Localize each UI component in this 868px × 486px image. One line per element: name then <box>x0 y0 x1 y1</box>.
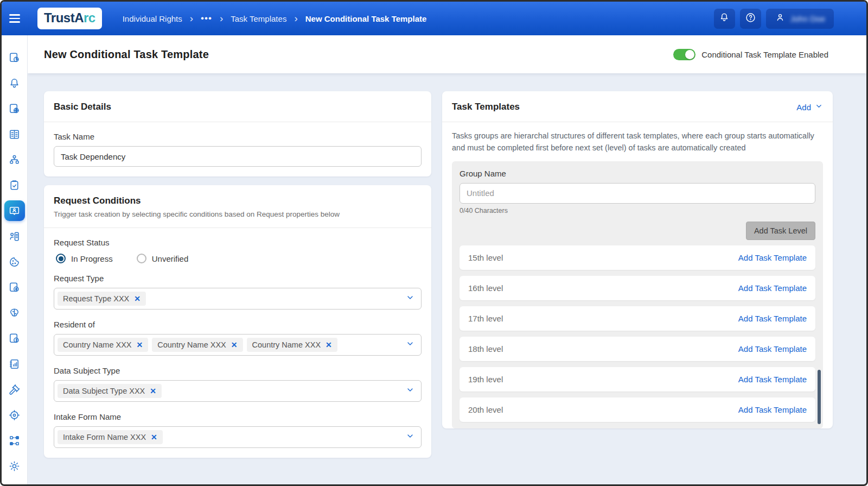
page-header: New Conditional Task Template Conditiona… <box>28 35 866 73</box>
assessment-book-icon[interactable] <box>4 354 25 374</box>
report-file-icon[interactable] <box>4 47 25 68</box>
request-type-label: Request Type <box>54 274 422 283</box>
file-view-icon[interactable] <box>4 277 25 298</box>
file-globe-icon[interactable] <box>4 98 25 119</box>
request-type-select[interactable]: Request Type XXX ✕ <box>54 288 422 310</box>
task-name-label: Task Name <box>54 132 422 141</box>
main-content: Basic Details Task Name Request Conditio… <box>28 73 866 484</box>
add-task-template-link[interactable]: Add Task Template <box>738 375 807 384</box>
radio-in-progress[interactable]: In Progress <box>56 254 113 263</box>
chip: Country Name XXX ✕ <box>152 338 242 352</box>
notifications-button[interactable] <box>714 9 735 29</box>
risk-target-icon[interactable] <box>4 405 25 425</box>
add-task-template-link[interactable]: Add Task Template <box>738 405 807 414</box>
add-task-template-link[interactable]: Add Task Template <box>738 283 807 293</box>
resident-of-label: Resident of <box>54 320 422 329</box>
help-button[interactable] <box>740 9 761 29</box>
chip: Request Type XXX ✕ <box>58 292 146 306</box>
chevron-down-icon <box>406 432 414 443</box>
conditional-template-toggle[interactable] <box>673 49 695 60</box>
remove-chip-icon[interactable]: ✕ <box>151 433 157 441</box>
hamburger-menu-icon[interactable] <box>2 2 28 35</box>
breadcrumb-individual-rights[interactable]: Individual Rights <box>123 14 182 23</box>
request-conditions-description: Trigger task creation by selecting speci… <box>54 210 422 218</box>
workflow-nodes-icon[interactable] <box>4 430 25 451</box>
question-circle-icon <box>745 12 756 26</box>
file-alert-icon[interactable] <box>4 328 25 349</box>
level-row-18: 18th level Add Task Template <box>459 337 815 361</box>
chip: Intake Form Name XXX ✕ <box>58 430 163 444</box>
intake-form-name-select[interactable]: Intake Form Name XXX ✕ <box>54 426 422 448</box>
chevron-down-icon <box>815 102 823 112</box>
remove-chip-icon[interactable]: ✕ <box>150 387 156 395</box>
chevron-right-icon: › <box>220 13 223 24</box>
chevron-down-icon <box>406 339 414 350</box>
bell-icon <box>719 12 730 25</box>
remove-chip-icon[interactable]: ✕ <box>137 341 143 349</box>
group-name-label: Group Name <box>459 169 815 178</box>
task-templates-title: Task Templates <box>452 102 520 112</box>
clipboard-check-icon[interactable] <box>4 175 25 195</box>
basic-details-card: Basic Details Task Name <box>44 91 431 176</box>
add-task-level-button[interactable]: Add Task Level <box>746 222 815 240</box>
task-name-input[interactable] <box>54 146 422 167</box>
top-navbar: TrustArc Individual Rights › ••• › Task … <box>2 2 866 35</box>
app-window: TrustArc Individual Rights › ••• › Task … <box>0 0 868 486</box>
scrollbar-thumb[interactable] <box>818 370 821 424</box>
data-table-icon[interactable] <box>4 124 25 144</box>
page-title: New Conditional Task Template <box>44 48 209 61</box>
radio-unverified[interactable]: Unverified <box>137 254 189 263</box>
resident-of-select[interactable]: Country Name XXX ✕ Country Name XXX ✕ Co… <box>54 334 422 356</box>
radio-unselected-icon <box>137 254 146 263</box>
trustarc-logo[interactable]: TrustArc <box>37 8 102 29</box>
chevron-right-icon: › <box>294 13 297 24</box>
user-icon <box>775 12 786 25</box>
chip: Data Subject Type XXX ✕ <box>58 384 162 398</box>
request-conditions-card: Request Conditions Trigger task creation… <box>44 185 431 458</box>
basic-details-title: Basic Details <box>54 102 111 112</box>
chevron-down-icon <box>406 386 414 396</box>
request-intake-icon[interactable] <box>4 200 25 221</box>
add-task-template-link[interactable]: Add Task Template <box>738 344 807 354</box>
intake-form-name-label: Intake Form Name <box>54 412 422 421</box>
data-subject-type-select[interactable]: Data Subject Type XXX ✕ <box>54 380 422 402</box>
level-row-17: 17th level Add Task Template <box>459 306 815 331</box>
character-counter: 0/40 Characters <box>459 207 815 214</box>
level-row-20: 20th level Add Task Template <box>459 397 815 422</box>
remove-chip-icon[interactable]: ✕ <box>326 341 332 349</box>
settings-gear-icon[interactable] <box>4 456 25 476</box>
user-records-icon[interactable] <box>4 226 25 247</box>
task-group-panel: Group Name 0/40 Characters Add Task Leve… <box>452 161 823 428</box>
chip: Country Name XXX ✕ <box>58 338 148 352</box>
user-menu-button[interactable]: John Doe <box>766 9 834 29</box>
group-name-input[interactable] <box>459 183 815 204</box>
radio-selected-icon <box>56 254 66 263</box>
ai-brain-icon[interactable] <box>4 302 25 323</box>
chevron-right-icon: › <box>190 13 193 24</box>
org-hierarchy-icon[interactable] <box>4 149 25 170</box>
breadcrumb-current: New Conditional Task Template <box>305 14 427 23</box>
data-subject-type-label: Data Subject Type <box>54 366 422 375</box>
notifications-bell-icon[interactable] <box>4 73 25 93</box>
left-sidebar <box>2 35 28 484</box>
add-dropdown-button[interactable]: Add <box>796 102 823 112</box>
add-task-template-link[interactable]: Add Task Template <box>738 253 807 262</box>
task-levels-list: 15th level Add Task Template 16th level … <box>459 245 815 422</box>
task-templates-description: Tasks groups are hierarchal structures o… <box>442 122 833 161</box>
add-task-template-link[interactable]: Add Task Template <box>738 314 807 323</box>
user-name: John Doe <box>790 14 825 23</box>
level-row-16: 16th level Add Task Template <box>459 276 815 300</box>
breadcrumb-ellipsis[interactable]: ••• <box>201 13 212 24</box>
remove-chip-icon[interactable]: ✕ <box>231 341 238 349</box>
toggle-label: Conditional Task Template Enabled <box>701 50 828 59</box>
remove-chip-icon[interactable]: ✕ <box>134 295 141 302</box>
breadcrumb: Individual Rights › ••• › Task Templates… <box>123 13 427 24</box>
level-row-19: 19th level Add Task Template <box>459 367 815 392</box>
task-templates-card: Task Templates Add Tasks groups are hier… <box>442 91 833 428</box>
legal-gavel-icon[interactable] <box>4 379 25 400</box>
chip: Country Name XXX ✕ <box>247 338 337 352</box>
level-row-15: 15th level Add Task Template <box>459 245 815 270</box>
chevron-down-icon <box>406 293 414 304</box>
cookie-consent-icon[interactable] <box>4 251 25 272</box>
breadcrumb-task-templates[interactable]: Task Templates <box>231 14 286 23</box>
